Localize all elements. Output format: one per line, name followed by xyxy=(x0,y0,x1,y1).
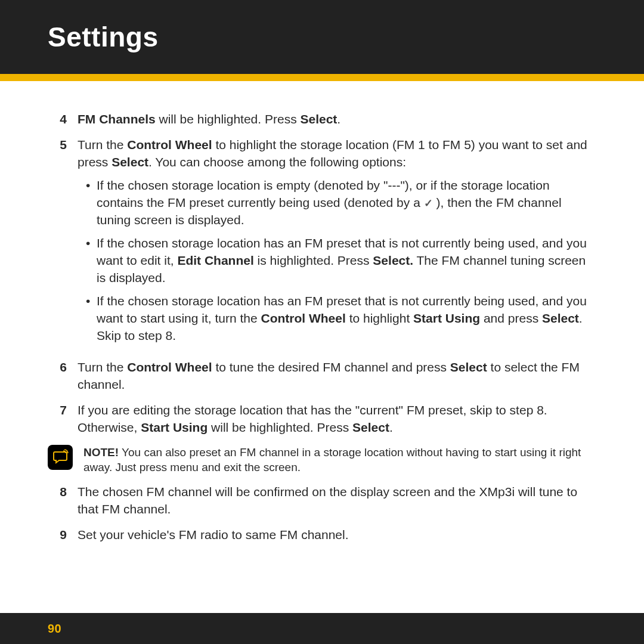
accent-bar xyxy=(0,74,644,81)
text: Turn the xyxy=(78,138,127,151)
text: to highlight xyxy=(346,311,413,325)
text: to tune the desired FM channel and press xyxy=(212,360,450,374)
text-bold: Start Using xyxy=(141,420,208,434)
text-bold: Start Using xyxy=(413,311,480,325)
step-number: 9 xyxy=(48,527,78,544)
text-bold: Edit Channel xyxy=(177,253,253,267)
list-item: • If the chosen storage location is empt… xyxy=(86,177,596,229)
text-bold: Control Wheel xyxy=(261,311,345,325)
content-area: 4 FM Channels will be highlighted. Press… xyxy=(0,81,644,544)
step-4: 4 FM Channels will be highlighted. Press… xyxy=(48,111,596,128)
text-bold: Select xyxy=(450,360,487,374)
step-5: 5 Turn the Control Wheel to highlight th… xyxy=(48,137,596,351)
step-body: The chosen FM channel will be confirmed … xyxy=(78,484,596,518)
bullet-text: If the chosen storage location is empty … xyxy=(97,177,596,229)
bullet-text: If the chosen storage location has an FM… xyxy=(97,293,596,345)
text: . xyxy=(389,420,393,434)
text-bold: Control Wheel xyxy=(127,360,212,374)
step-body: Turn the Control Wheel to highlight the … xyxy=(78,137,596,351)
text-bold: Select xyxy=(300,112,337,126)
page-title: Settings xyxy=(48,21,158,53)
step-body: FM Channels will be highlighted. Press S… xyxy=(78,111,596,128)
bullet-list: • If the chosen storage location is empt… xyxy=(78,177,596,345)
text: and press xyxy=(480,311,542,325)
step-number: 7 xyxy=(48,402,78,436)
step-6: 6 Turn the Control Wheel to tune the des… xyxy=(48,359,596,394)
bullet-icon: • xyxy=(86,293,97,345)
text: will be highlighted. Press xyxy=(156,112,301,126)
step-9: 9 Set your vehicle's FM radio to same FM… xyxy=(48,527,596,544)
text: will be highlighted. Press xyxy=(208,420,352,434)
list-item: • If the chosen storage location has an … xyxy=(86,235,596,287)
step-body: Turn the Control Wheel to tune the desir… xyxy=(78,359,596,394)
text: . xyxy=(337,112,340,126)
list-item: • If the chosen storage location has an … xyxy=(86,293,596,345)
text-bold: Select. xyxy=(373,253,413,267)
page-number: 90 xyxy=(48,622,61,636)
step-number: 8 xyxy=(48,484,78,518)
page-footer: 90 xyxy=(0,613,644,644)
step-body: Set your vehicle's FM radio to same FM c… xyxy=(78,527,596,544)
step-number: 4 xyxy=(48,111,78,128)
text: Set your vehicle's FM radio to same FM c… xyxy=(78,528,349,541)
step-body: If you are editing the storage location … xyxy=(78,402,596,436)
text-bold: FM Channels xyxy=(78,112,156,126)
bullet-text: If the chosen storage location has an FM… xyxy=(97,235,596,287)
text: You can also preset an FM channel in a s… xyxy=(83,446,581,474)
text-bold: Control Wheel xyxy=(127,138,212,151)
text: The chosen FM channel will be confirmed … xyxy=(78,485,577,516)
text-bold: NOTE! xyxy=(83,446,119,459)
note-callout: NOTE! You can also preset an FM channel … xyxy=(48,445,596,475)
note-icon-wrap xyxy=(48,445,78,470)
text-bold: Select xyxy=(352,420,389,434)
text-bold: Select xyxy=(112,155,148,169)
note-speech-icon xyxy=(48,445,73,470)
text: is highlighted. Press xyxy=(254,253,373,267)
step-8: 8 The chosen FM channel will be confirme… xyxy=(48,484,596,518)
bullet-icon: • xyxy=(86,177,97,229)
step-7: 7 If you are editing the storage locatio… xyxy=(48,402,596,436)
checkmark-icon: ✓ xyxy=(424,196,433,211)
step-number: 6 xyxy=(48,359,78,394)
step-number: 5 xyxy=(48,137,78,351)
note-text: NOTE! You can also preset an FM channel … xyxy=(78,445,596,475)
text-bold: Select xyxy=(542,311,579,325)
page-header: Settings xyxy=(0,0,644,74)
bullet-icon: • xyxy=(86,235,97,287)
text: Turn the xyxy=(78,360,127,374)
text: . You can choose among the following opt… xyxy=(148,155,406,169)
